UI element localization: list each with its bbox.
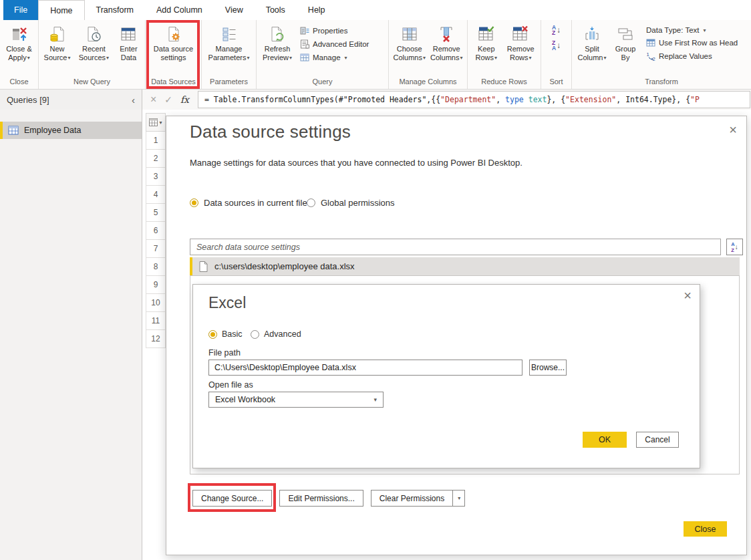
select-all-corner-button[interactable]: ▾ bbox=[146, 113, 166, 132]
dropdown-caret-icon: ▾ bbox=[67, 55, 70, 61]
change-source-button[interactable]: Change Source... bbox=[192, 490, 272, 507]
group-by-button[interactable]: Group By bbox=[610, 22, 641, 62]
radio-advanced[interactable]: Advanced bbox=[251, 329, 301, 339]
ribbon-group-reduce-rows: Keep Rows▾ Remove Rows▾ Reduce Rows bbox=[468, 20, 541, 89]
edit-permissions-button[interactable]: Edit Permissions... bbox=[279, 490, 363, 507]
ribbon-group-close: Close & Apply▾ Close bbox=[0, 20, 39, 89]
svg-text:2: 2 bbox=[653, 56, 655, 61]
row-gutter-numbers: 123456789101112 bbox=[146, 132, 166, 348]
recent-sources-button[interactable]: Recent Sources▾ bbox=[73, 22, 114, 62]
formula-cancel-icon[interactable]: × bbox=[150, 94, 156, 106]
remove-columns-button[interactable]: Remove Columns▾ bbox=[428, 22, 466, 62]
manage-parameters-button[interactable]: Manage Parameters▾ bbox=[204, 22, 254, 62]
advanced-editor-button[interactable]: Advanced Editor bbox=[300, 39, 369, 49]
row-number[interactable]: 9 bbox=[146, 276, 166, 294]
formula-bar-controls: × ✓ fx bbox=[142, 90, 197, 110]
dialog-subtitle: Manage settings for data sources that yo… bbox=[190, 158, 522, 168]
group-label-reduce-rows: Reduce Rows bbox=[468, 78, 541, 89]
row-number[interactable]: 11 bbox=[146, 312, 166, 330]
queries-pane-title: Queries [9] bbox=[7, 95, 49, 105]
row-number[interactable]: 10 bbox=[146, 294, 166, 312]
group-label-close: Close bbox=[0, 78, 38, 89]
dropdown-caret-icon: ▾ bbox=[289, 55, 292, 61]
clear-permissions-dropdown-button[interactable]: ▾ bbox=[452, 490, 465, 507]
refresh-preview-button[interactable]: Refresh Preview▾ bbox=[259, 22, 296, 62]
split-column-button[interactable]: Split Column▾ bbox=[574, 22, 610, 62]
use-first-row-button[interactable]: Use First Row as Head bbox=[646, 38, 738, 47]
dropdown-caret-icon: ▾ bbox=[458, 495, 460, 501]
dialog-close-icon[interactable]: × bbox=[729, 123, 737, 136]
choose-columns-button[interactable]: Choose Columns▾ bbox=[391, 22, 428, 62]
formula-input[interactable]: = Table.TransformColumnTypes(#"Promoted … bbox=[198, 91, 750, 108]
row-number[interactable]: 8 bbox=[146, 258, 166, 276]
formula-segment: }, { bbox=[547, 95, 565, 104]
new-source-button[interactable]: New Source▾ bbox=[41, 22, 73, 62]
tab-file[interactable]: File bbox=[3, 0, 38, 20]
file-path-label: File path bbox=[208, 348, 241, 358]
remove-rows-button[interactable]: Remove Rows▾ bbox=[503, 22, 539, 62]
row-number[interactable]: 6 bbox=[146, 222, 166, 240]
enter-data-button[interactable]: Enter Data bbox=[114, 22, 143, 62]
close-button[interactable]: Close bbox=[684, 521, 727, 537]
down-arrow-icon: ↓ bbox=[557, 27, 561, 33]
data-type-button[interactable]: Data Type: Text▾ bbox=[646, 26, 738, 34]
clear-permissions-button[interactable]: Clear Permissions bbox=[371, 490, 452, 507]
tab-add-column[interactable]: Add Column bbox=[145, 0, 214, 20]
properties-button[interactable]: Properties bbox=[300, 26, 369, 35]
open-file-as-select[interactable]: Excel Workbook ▾ bbox=[208, 392, 384, 408]
search-input[interactable] bbox=[190, 239, 721, 255]
keep-rows-icon bbox=[478, 23, 495, 45]
tab-help[interactable]: Help bbox=[297, 0, 337, 20]
dropdown-caret-icon: ▾ bbox=[373, 396, 377, 403]
recent-sources-icon bbox=[85, 23, 102, 45]
row-number[interactable]: 1 bbox=[146, 132, 166, 150]
group-label-parameters: Parameters bbox=[202, 78, 256, 89]
down-arrow-icon: ↓ bbox=[735, 243, 738, 251]
excel-dialog: × Excel Basic Advanced File path Browse.… bbox=[192, 284, 700, 468]
row-number[interactable]: 4 bbox=[146, 186, 166, 204]
browse-button[interactable]: Browse... bbox=[529, 360, 567, 376]
radio-data-sources-current-file[interactable]: Data sources in current file bbox=[190, 198, 307, 208]
row-number[interactable]: 3 bbox=[146, 168, 166, 186]
data-source-settings-icon bbox=[165, 23, 182, 45]
group-label-manage-columns: Manage Columns bbox=[389, 78, 467, 89]
formula-accept-icon[interactable]: ✓ bbox=[164, 94, 172, 105]
fx-icon[interactable]: fx bbox=[180, 94, 189, 105]
row-number[interactable]: 2 bbox=[146, 150, 166, 168]
preview-grid-gutter: ▾ 123456789101112 bbox=[146, 113, 166, 348]
ribbon-group-query: Refresh Preview▾ Properties Advanced Edi… bbox=[257, 20, 389, 89]
collapse-pane-icon[interactable]: ‹ bbox=[132, 94, 135, 106]
group-by-icon bbox=[617, 23, 634, 45]
row-number[interactable]: 7 bbox=[146, 240, 166, 258]
tab-view[interactable]: View bbox=[214, 0, 255, 20]
radio-basic[interactable]: Basic bbox=[208, 329, 243, 339]
formula-segment: type bbox=[505, 95, 524, 104]
svg-text:1: 1 bbox=[647, 51, 649, 57]
remove-rows-icon bbox=[512, 23, 529, 45]
data-source-settings-button[interactable]: Data source settings bbox=[149, 22, 198, 62]
row-number[interactable]: 5 bbox=[146, 204, 166, 222]
sort-ascending-button[interactable]: AZ↓ bbox=[552, 25, 561, 35]
dialog-close-icon[interactable]: × bbox=[684, 289, 692, 302]
sort-descending-button[interactable]: ZA↓ bbox=[552, 40, 561, 51]
row-number[interactable]: 12 bbox=[146, 330, 166, 348]
refresh-preview-label: Refresh Preview bbox=[263, 45, 290, 61]
file-path-input[interactable] bbox=[208, 360, 522, 376]
tab-home[interactable]: Home bbox=[38, 0, 84, 20]
keep-rows-button[interactable]: Keep Rows▾ bbox=[470, 22, 503, 62]
ok-button[interactable]: OK bbox=[583, 432, 627, 448]
radio-global-permissions[interactable]: Global permissions bbox=[307, 198, 395, 208]
replace-values-button[interactable]: 12 Replace Values bbox=[646, 51, 738, 61]
query-list-item[interactable]: Employee Data bbox=[0, 122, 142, 139]
manage-icon bbox=[300, 53, 309, 62]
manage-button[interactable]: Manage▾ bbox=[300, 53, 369, 62]
close-and-apply-button[interactable]: Close & Apply▾ bbox=[2, 22, 36, 62]
dropdown-caret-icon: ▾ bbox=[247, 55, 249, 61]
tab-transform[interactable]: Transform bbox=[85, 0, 146, 20]
cancel-button[interactable]: Cancel bbox=[636, 432, 679, 448]
sort-button[interactable]: AZ↓ bbox=[726, 239, 743, 255]
tab-tools[interactable]: Tools bbox=[255, 0, 297, 20]
data-source-list-item[interactable]: c:\users\desktop\employee data.xlsx bbox=[190, 257, 740, 275]
remove-columns-icon bbox=[438, 23, 455, 45]
ribbon-group-sort: AZ↓ ZA↓ Sort bbox=[541, 20, 572, 89]
